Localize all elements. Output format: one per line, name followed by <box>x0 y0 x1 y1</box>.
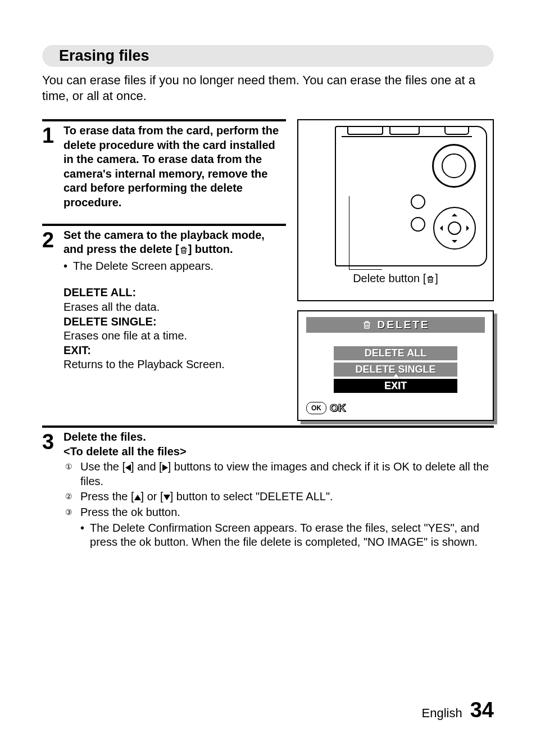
dpad-icon <box>433 207 476 250</box>
right-column: Delete button [] DELETE DELETE ALL DELET… <box>297 119 494 421</box>
ok-pill-icon: OK <box>306 402 326 414</box>
page-footer: English 34 <box>422 698 494 722</box>
trash-icon <box>426 275 435 284</box>
intro-text: You can erase files if you no longer nee… <box>42 73 494 103</box>
delete-button-on-camera <box>411 217 425 232</box>
delete-screen-header: DELETE <box>306 317 485 333</box>
list-item-1: ① Use the [] and [] buttons to view the … <box>63 460 494 488</box>
footer-language: English <box>422 706 462 721</box>
delete-screen: DELETE DELETE ALL DELETE SINGLE EXIT OK … <box>297 310 494 421</box>
def-delete-single-title: DELETE SINGLE: <box>63 315 286 329</box>
section-title-bar: Erasing files <box>42 45 494 67</box>
def-delete-single-desc: Erases one file at a time. <box>63 329 286 343</box>
step-2-bullet: • The Delete Screen appears. <box>63 259 286 274</box>
up-arrow-icon <box>134 495 141 500</box>
camera-label: Delete button [] <box>298 272 493 285</box>
small-button-upper <box>411 194 425 209</box>
camera-diagram: Delete button [] <box>297 119 494 301</box>
def-delete-all-desc: Erases all the data. <box>63 300 286 315</box>
down-arrow-icon <box>163 495 170 500</box>
step-3-subheading: <To delete all the files> <box>63 445 494 459</box>
option-exit: EXIT <box>334 379 457 393</box>
circled-2-icon: ② <box>63 492 74 502</box>
def-exit-title: EXIT: <box>63 343 286 358</box>
step-3-number: 3 <box>42 430 63 550</box>
mode-dial-icon <box>432 144 476 188</box>
step-3-list: ① Use the [] and [] buttons to view the … <box>63 460 494 550</box>
definitions: DELETE ALL: Erases all the data. DELETE … <box>63 286 286 372</box>
circled-3-icon: ③ <box>63 508 74 518</box>
footer-page-number: 34 <box>470 698 494 722</box>
list-item-2: ② Press the [] or [] button to select "D… <box>63 490 494 504</box>
step-2-number: 2 <box>42 228 63 372</box>
step-3: 3 Delete the files. <To delete all the f… <box>42 425 494 550</box>
page: Erasing files You can erase files if you… <box>0 0 536 756</box>
step-1-heading: To erase data from the card, perform the… <box>63 124 279 209</box>
camera-top-edge <box>342 126 472 137</box>
def-exit-desc: Returns to the Playback Screen. <box>63 357 286 372</box>
leader-line <box>349 196 382 270</box>
right-arrow-icon <box>162 464 168 471</box>
list-item-3-bullet: • The Delete Confirmation Screen appears… <box>80 521 494 550</box>
step-3-heading: Delete the files. <box>63 430 494 445</box>
delete-screen-footer: OK OK <box>306 402 485 414</box>
circled-1-icon: ① <box>63 462 74 472</box>
left-column: 1 To erase data from the card, perform t… <box>42 119 286 421</box>
trash-icon <box>179 246 188 255</box>
step-1-number: 1 <box>42 124 63 210</box>
delete-screen-options: DELETE ALL DELETE SINGLE EXIT <box>306 346 485 393</box>
trash-icon <box>362 320 372 330</box>
step-1: 1 To erase data from the card, perform t… <box>42 119 286 210</box>
ok-label: OK <box>330 402 346 414</box>
selection-arrow-icon <box>392 374 400 379</box>
list-item-3: ③ Press the ok button. <box>63 505 494 520</box>
section-title: Erasing files <box>59 47 149 64</box>
def-delete-all-title: DELETE ALL: <box>63 286 286 300</box>
left-arrow-icon <box>125 464 131 471</box>
step-2: 2 Set the camera to the playback mode, a… <box>42 224 286 372</box>
upper-columns: 1 To erase data from the card, perform t… <box>42 119 494 421</box>
step-2-heading: Set the camera to the playback mode, and… <box>63 229 265 256</box>
option-delete-all: DELETE ALL <box>334 346 457 360</box>
